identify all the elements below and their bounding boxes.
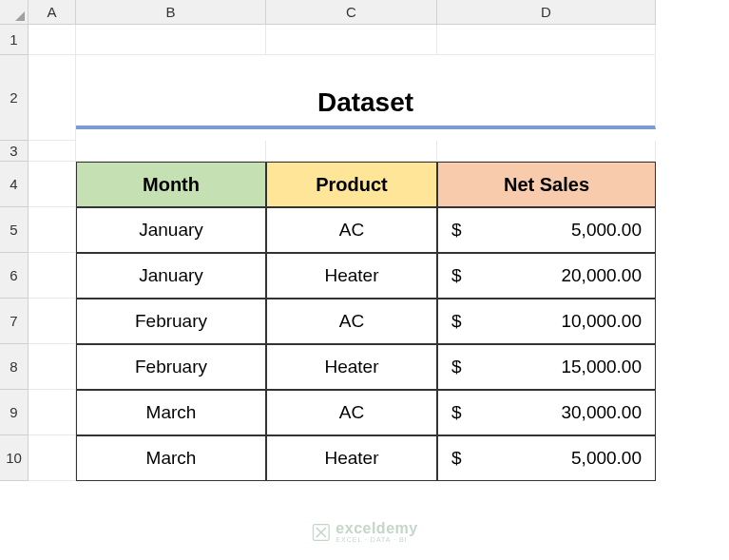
header-month[interactable]: Month bbox=[76, 162, 266, 207]
sales-value: 30,000.00 bbox=[561, 402, 642, 423]
table-row[interactable]: AC bbox=[266, 390, 437, 435]
table-row[interactable]: $ 20,000.00 bbox=[437, 253, 656, 299]
table-row[interactable]: Heater bbox=[266, 435, 437, 481]
table-row[interactable]: $ 15,000.00 bbox=[437, 344, 656, 390]
row-header-10[interactable]: 10 bbox=[0, 435, 29, 481]
table-row[interactable]: March bbox=[76, 435, 266, 481]
select-all-corner[interactable] bbox=[0, 0, 29, 25]
cell-a8[interactable] bbox=[29, 344, 76, 390]
cell-c3[interactable] bbox=[266, 141, 437, 162]
watermark: exceldemy EXCEL · DATA · BI bbox=[311, 521, 417, 543]
cell-a2[interactable] bbox=[29, 55, 76, 141]
table-row[interactable]: $ 10,000.00 bbox=[437, 299, 656, 344]
sales-value: 20,000.00 bbox=[561, 265, 642, 286]
table-row[interactable]: February bbox=[76, 299, 266, 344]
cell-a6[interactable] bbox=[29, 253, 76, 299]
col-header-d[interactable]: D bbox=[437, 0, 656, 25]
cell-a5[interactable] bbox=[29, 207, 76, 253]
table-row[interactable]: $ 30,000.00 bbox=[437, 390, 656, 435]
col-header-c[interactable]: C bbox=[266, 0, 437, 25]
table-row[interactable]: Heater bbox=[266, 253, 437, 299]
exceldemy-logo-icon bbox=[311, 523, 330, 542]
table-row[interactable]: March bbox=[76, 390, 266, 435]
header-sales[interactable]: Net Sales bbox=[437, 162, 656, 207]
sales-value: 5,000.00 bbox=[571, 448, 642, 469]
row-header-6[interactable]: 6 bbox=[0, 253, 29, 299]
table-row[interactable]: February bbox=[76, 344, 266, 390]
cell-a3[interactable] bbox=[29, 141, 76, 162]
cell-a10[interactable] bbox=[29, 435, 76, 481]
watermark-brand: exceldemy bbox=[336, 521, 417, 536]
sales-value: 5,000.00 bbox=[571, 220, 642, 241]
currency-symbol: $ bbox=[451, 357, 462, 377]
cell-d1[interactable] bbox=[437, 25, 656, 55]
table-row[interactable]: $ 5,000.00 bbox=[437, 435, 656, 481]
row-header-8[interactable]: 8 bbox=[0, 344, 29, 390]
row-header-4[interactable]: 4 bbox=[0, 162, 29, 207]
col-header-a[interactable]: A bbox=[29, 0, 76, 25]
row-header-9[interactable]: 9 bbox=[0, 390, 29, 435]
currency-symbol: $ bbox=[451, 311, 462, 332]
cell-a4[interactable] bbox=[29, 162, 76, 207]
cell-b3[interactable] bbox=[76, 141, 266, 162]
col-header-b[interactable]: B bbox=[76, 0, 266, 25]
header-product[interactable]: Product bbox=[266, 162, 437, 207]
currency-symbol: $ bbox=[451, 448, 462, 469]
sales-value: 10,000.00 bbox=[561, 311, 642, 332]
row-header-2[interactable]: 2 bbox=[0, 55, 29, 141]
sales-value: 15,000.00 bbox=[561, 357, 642, 377]
cell-a7[interactable] bbox=[29, 299, 76, 344]
table-row[interactable]: AC bbox=[266, 299, 437, 344]
row-header-3[interactable]: 3 bbox=[0, 141, 29, 162]
table-row[interactable]: AC bbox=[266, 207, 437, 253]
cell-a9[interactable] bbox=[29, 390, 76, 435]
watermark-tagline: EXCEL · DATA · BI bbox=[336, 536, 417, 543]
table-row[interactable]: $ 5,000.00 bbox=[437, 207, 656, 253]
table-row[interactable]: January bbox=[76, 207, 266, 253]
cell-c1[interactable] bbox=[266, 25, 437, 55]
row-header-7[interactable]: 7 bbox=[0, 299, 29, 344]
currency-symbol: $ bbox=[451, 220, 462, 241]
cell-a1[interactable] bbox=[29, 25, 76, 55]
spreadsheet-grid: A B C D 1 2 Dataset 3 4 Month Product Ne… bbox=[0, 0, 729, 481]
currency-symbol: $ bbox=[451, 265, 462, 286]
row-header-1[interactable]: 1 bbox=[0, 25, 29, 55]
cell-b1[interactable] bbox=[76, 25, 266, 55]
dataset-title[interactable]: Dataset bbox=[76, 55, 656, 129]
cell-d3[interactable] bbox=[437, 141, 656, 162]
table-row[interactable]: Heater bbox=[266, 344, 437, 390]
table-row[interactable]: January bbox=[76, 253, 266, 299]
row-header-5[interactable]: 5 bbox=[0, 207, 29, 253]
currency-symbol: $ bbox=[451, 402, 462, 423]
